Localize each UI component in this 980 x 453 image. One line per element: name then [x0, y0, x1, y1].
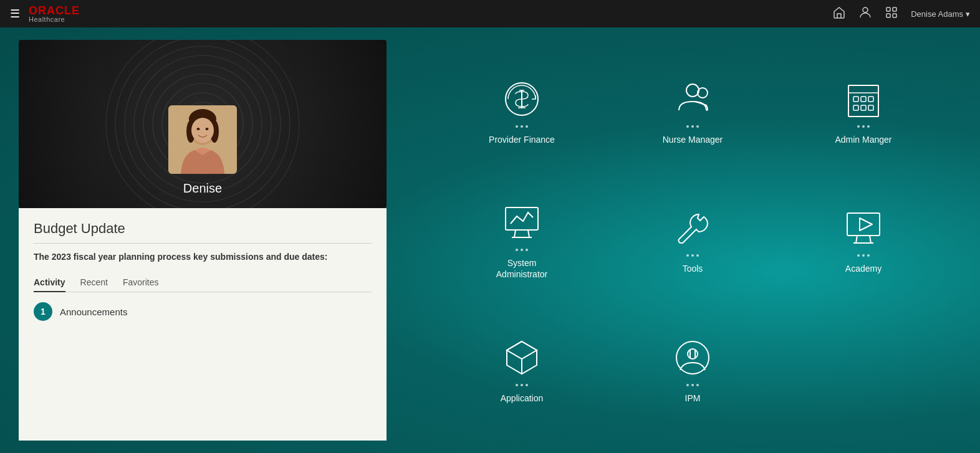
oracle-logo: ORACLE Healthcare	[29, 5, 80, 23]
app-item-application[interactable]: Application	[443, 311, 601, 428]
svg-rect-29	[853, 97, 858, 102]
person-icon[interactable]	[858, 6, 872, 22]
wrench-icon	[670, 206, 715, 250]
ipm-label: IPM	[685, 393, 701, 404]
svg-point-22	[197, 128, 200, 130]
nurse-icon	[670, 77, 715, 122]
tools-dots	[686, 254, 699, 257]
svg-rect-3	[886, 14, 890, 17]
oracle-brand: ORACLE	[29, 5, 80, 16]
divider	[34, 243, 372, 244]
svg-point-25	[686, 84, 699, 97]
activity-badge: 1	[34, 302, 52, 321]
svg-rect-1	[886, 7, 890, 11]
navbar-right: Denise Adams ▾	[832, 6, 970, 22]
svg-point-26	[698, 88, 708, 98]
svg-point-0	[863, 7, 868, 12]
tools-label: Tools	[683, 263, 703, 274]
academy-dots	[857, 254, 870, 257]
nurse-label: Nurse Manager	[663, 134, 723, 145]
activity-row: 1 Announcements	[34, 302, 372, 321]
nurse-dots	[686, 125, 699, 128]
ipm-dots	[686, 384, 699, 386]
app-grid: Provider Finance Nurse Manager	[405, 27, 980, 453]
application-dots	[516, 384, 528, 386]
play-monitor-icon	[841, 206, 886, 250]
oracle-subtitle: Healthcare	[29, 16, 80, 23]
avatar	[168, 105, 237, 174]
profile-card: Denise	[19, 40, 387, 208]
finance-dots	[516, 125, 528, 128]
svg-rect-27	[848, 85, 878, 117]
app-item-provider-finance[interactable]: Provider Finance	[443, 52, 601, 169]
sysadmin-dots	[516, 249, 528, 251]
user-name: Denise Adams	[911, 9, 963, 19]
svg-rect-35	[506, 207, 538, 230]
left-panel: Denise Budget Update The 2023 fiscal yea…	[0, 27, 405, 453]
app-item-tools[interactable]: Tools	[613, 182, 772, 299]
user-circle-icon	[670, 335, 715, 380]
cube-icon	[499, 335, 544, 380]
svg-rect-4	[893, 14, 896, 17]
svg-rect-33	[861, 105, 866, 110]
finance-label: Provider Finance	[489, 134, 555, 145]
svg-rect-39	[847, 213, 880, 236]
svg-line-48	[522, 350, 537, 359]
tabs-row: Activity Recent Favorites	[34, 274, 372, 292]
tab-recent[interactable]: Recent	[80, 274, 108, 292]
app-item-academy[interactable]: Academy	[784, 182, 943, 299]
home-icon[interactable]	[832, 6, 846, 22]
app-item-admin-manager[interactable]: Admin Manger	[784, 52, 943, 169]
academy-label: Academy	[845, 263, 882, 274]
info-body: The 2023 fiscal year planning process ke…	[34, 250, 372, 264]
finance-icon	[499, 77, 544, 122]
main-content: Denise Budget Update The 2023 fiscal yea…	[0, 27, 980, 453]
svg-line-40	[856, 236, 857, 243]
svg-point-50	[688, 349, 698, 359]
admin-dots	[857, 125, 870, 128]
svg-line-36	[514, 230, 516, 237]
svg-line-47	[507, 350, 522, 359]
profile-name: Denise	[183, 181, 222, 196]
svg-line-41	[870, 236, 871, 243]
admin-label: Admin Manger	[835, 134, 891, 145]
app-item-system-admin[interactable]: System Administrator	[443, 182, 601, 299]
svg-rect-32	[853, 105, 858, 110]
info-title: Budget Update	[34, 221, 372, 237]
navbar-left: ☰ ORACLE Healthcare	[10, 5, 80, 23]
svg-rect-34	[868, 105, 873, 110]
navbar: ☰ ORACLE Healthcare	[0, 0, 980, 27]
app-item-nurse-manager[interactable]: Nurse Manager	[613, 52, 772, 169]
tab-favorites[interactable]: Favorites	[123, 274, 159, 292]
svg-point-21	[191, 118, 214, 143]
building-icon	[841, 77, 886, 122]
svg-line-37	[528, 230, 529, 237]
activity-label: Announcements	[60, 307, 127, 317]
application-label: Application	[501, 393, 544, 404]
svg-rect-2	[893, 7, 896, 11]
svg-marker-43	[860, 218, 872, 231]
app-item-ipm[interactable]: IPM	[613, 311, 772, 428]
hamburger-icon[interactable]: ☰	[10, 7, 20, 21]
svg-marker-45	[507, 341, 537, 359]
sysadmin-label: System Administrator	[496, 257, 547, 280]
svg-rect-30	[861, 97, 866, 102]
svg-rect-31	[868, 97, 873, 102]
monitor-icon	[499, 200, 544, 245]
tab-activity[interactable]: Activity	[34, 274, 65, 292]
dropdown-arrow-icon: ▾	[966, 9, 970, 19]
user-menu[interactable]: Denise Adams ▾	[911, 9, 970, 19]
apps-icon[interactable]	[885, 6, 898, 22]
info-panel: Budget Update The 2023 fiscal year plann…	[19, 208, 387, 441]
svg-point-23	[206, 128, 209, 130]
